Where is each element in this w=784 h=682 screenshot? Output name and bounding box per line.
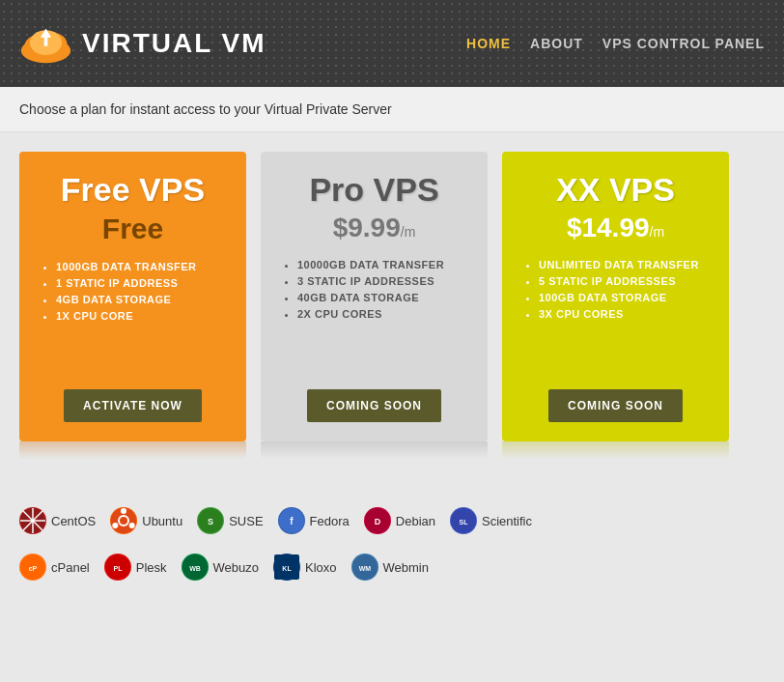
svg-text:D: D [375, 517, 381, 526]
feature-pro-0: 10000GB DATA TRANSFER [297, 259, 468, 270]
panel-item-kloxo: KL Kloxo [273, 554, 337, 581]
plan-title-xx: XX VPS [556, 171, 675, 209]
plans-section: Free VPS Free 1000GB DATA TRANSFER 1 STA… [0, 132, 784, 478]
feature-pro-1: 3 STATIC IP ADDRESSES [297, 275, 468, 287]
logo-icon [19, 17, 72, 71]
plan-price-pro: $9.99/m [333, 213, 416, 243]
coming-soon-button-xx[interactable]: COMING SOON [548, 389, 683, 422]
scientific-icon: SL [450, 507, 477, 534]
plan-shadow-pro [261, 441, 488, 459]
plan-title-free: Free VPS [61, 171, 205, 209]
os-label-ubuntu: Ubuntu [142, 514, 182, 528]
svg-text:S: S [208, 517, 213, 526]
svg-text:SL: SL [460, 519, 469, 526]
os-item-scientific: SL Scientific [450, 507, 532, 534]
logo-area: VIRTUAL VM [19, 17, 266, 71]
feature-xx-2: 100GB DATA STORAGE [539, 292, 710, 303]
os-label-fedora: Fedora [310, 514, 350, 528]
plan-col-pro: Pro VPS $9.99/m 10000GB DATA TRANSFER 3 … [261, 152, 488, 459]
fedora-icon: f [278, 507, 305, 534]
plan-price-free: Free [102, 213, 163, 245]
svg-text:PL: PL [113, 565, 123, 572]
panel-item-plesk: PL Plesk [104, 554, 167, 581]
panel-label-webuzo: Webuzo [213, 560, 259, 575]
debian-icon: D [364, 507, 391, 534]
centos-icon [19, 507, 46, 534]
plan-features-xx: UNLIMITED DATA TRANSFER 5 STATIC IP ADDR… [521, 259, 710, 325]
panel-item-webmin: WM Webmin [351, 554, 429, 581]
plesk-icon: PL [104, 554, 131, 581]
webmin-icon: WM [351, 554, 378, 581]
coming-soon-button-pro[interactable]: COMING SOON [307, 389, 441, 422]
feature-free-1: 1 STATIC IP ADDRESS [56, 277, 227, 289]
plan-shadow-free [19, 441, 246, 459]
panel-label-webmin: Webmin [383, 560, 429, 575]
panel-label-kloxo: Kloxo [305, 560, 337, 575]
bottom-section: CentOS Ubuntu S SUSE [0, 478, 784, 600]
plan-price-xx: $14.99/m [567, 213, 664, 243]
panel-label-cpanel: cPanel [51, 560, 90, 575]
main-nav: HOME ABOUT VPS CONTROL PANEL [466, 36, 765, 51]
os-label-centos: CentOS [51, 514, 96, 528]
logo-text: VIRTUAL VM [82, 28, 266, 59]
os-row: CentOS Ubuntu S SUSE [19, 497, 765, 544]
plan-col-xx: XX VPS $14.99/m UNLIMITED DATA TRANSFER … [502, 152, 729, 459]
svg-text:WB: WB [189, 565, 201, 572]
plan-col-free: Free VPS Free 1000GB DATA TRANSFER 1 STA… [19, 152, 246, 459]
plan-card-free: Free VPS Free 1000GB DATA TRANSFER 1 STA… [19, 152, 246, 441]
svg-point-13 [129, 523, 135, 528]
os-item-centos: CentOS [19, 507, 96, 534]
kloxo-icon: KL [273, 554, 300, 581]
os-item-ubuntu: Ubuntu [110, 507, 182, 534]
ubuntu-icon [110, 507, 137, 534]
nav-vps-control[interactable]: VPS CONTROL PANEL [602, 36, 765, 51]
feature-pro-3: 2X CPU CORES [297, 308, 468, 320]
plan-shadow-xx [502, 441, 729, 459]
feature-free-2: 4GB DATA STORAGE [56, 294, 227, 305]
os-item-fedora: f Fedora [278, 507, 350, 534]
svg-point-12 [121, 508, 126, 514]
svg-text:KL: KL [282, 565, 292, 572]
plan-features-pro: 10000GB DATA TRANSFER 3 STATIC IP ADDRES… [280, 259, 468, 325]
plan-features-free: 1000GB DATA TRANSFER 1 STATIC IP ADDRESS… [39, 261, 227, 327]
os-item-debian: D Debian [364, 507, 435, 534]
nav-home[interactable]: HOME [466, 36, 511, 51]
nav-about[interactable]: ABOUT [530, 36, 583, 51]
os-label-suse: SUSE [229, 514, 263, 528]
feature-xx-0: UNLIMITED DATA TRANSFER [539, 259, 710, 270]
svg-text:WM: WM [358, 565, 371, 572]
panel-item-webuzo: WB Webuzo [182, 554, 259, 581]
feature-pro-2: 40GB DATA STORAGE [297, 292, 468, 303]
plan-card-pro: Pro VPS $9.99/m 10000GB DATA TRANSFER 3 … [261, 152, 488, 441]
feature-xx-1: 5 STATIC IP ADDRESSES [539, 275, 710, 287]
plan-title-pro: Pro VPS [309, 171, 438, 209]
os-label-debian: Debian [396, 514, 435, 528]
webuzo-icon: WB [182, 554, 209, 581]
header: VIRTUAL VM HOME ABOUT VPS CONTROL PANEL [0, 0, 784, 87]
panel-row: cP cPanel PL Plesk WB Webuzo [19, 544, 765, 590]
subtitle-text: Choose a plan for instant access to your… [19, 101, 392, 117]
activate-now-button[interactable]: ACTIVATE NOW [64, 389, 202, 422]
cpanel-icon: cP [19, 554, 46, 581]
os-item-suse: S SUSE [197, 507, 263, 534]
feature-free-0: 1000GB DATA TRANSFER [56, 261, 227, 272]
feature-free-3: 1X CPU CORE [56, 310, 227, 322]
subtitle-bar: Choose a plan for instant access to your… [0, 87, 784, 132]
svg-text:cP: cP [29, 565, 38, 572]
svg-point-14 [113, 523, 119, 528]
panel-label-plesk: Plesk [136, 560, 167, 575]
feature-xx-3: 3X CPU CORES [539, 308, 710, 320]
suse-icon: S [197, 507, 224, 534]
panel-item-cpanel: cP cPanel [19, 554, 90, 581]
plan-card-xx: XX VPS $14.99/m UNLIMITED DATA TRANSFER … [502, 152, 729, 441]
os-label-scientific: Scientific [482, 514, 532, 528]
